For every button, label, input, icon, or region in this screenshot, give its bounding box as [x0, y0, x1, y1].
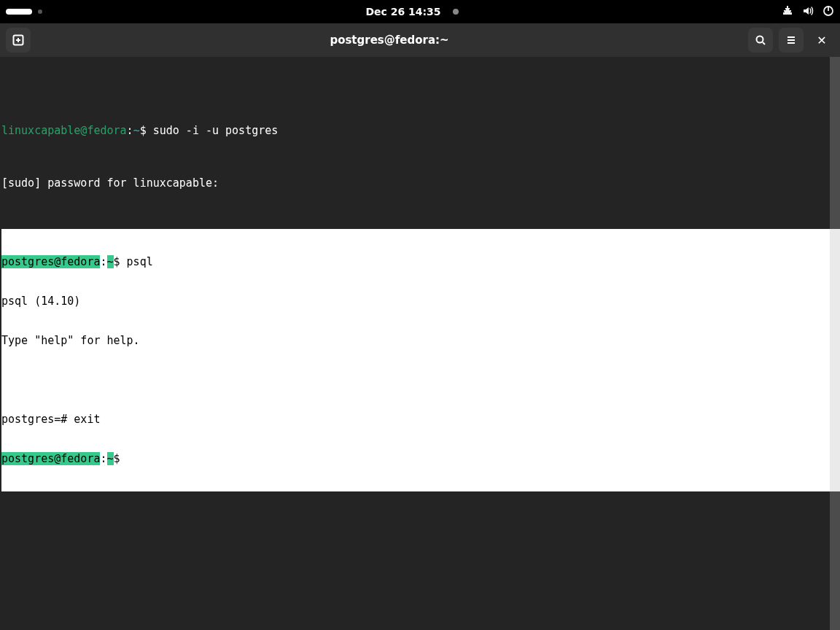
window-headerbar: postgres@fedora:~ ✕ — [0, 23, 840, 57]
prompt-dir: ~ — [107, 255, 114, 268]
prompt-symbol: $ — [140, 124, 153, 137]
plus-box-icon — [12, 34, 24, 46]
search-button[interactable] — [748, 28, 773, 52]
svg-rect-4 — [783, 12, 785, 15]
close-window-button[interactable]: ✕ — [809, 28, 834, 52]
prompt-sep: : — [127, 124, 133, 137]
prompt-userhost: postgres@fedora — [1, 452, 100, 465]
terminal-line — [1, 373, 840, 386]
activities-pill-icon — [6, 9, 32, 15]
terminal-scrollbar[interactable] — [830, 57, 840, 630]
terminal-line: linuxcapable@fedora:~$ sudo -i -u postgr… — [1, 124, 840, 137]
svg-point-12 — [757, 36, 763, 43]
selection-block: postgres@fedora:~$ psql psql (14.10) Typ… — [1, 229, 840, 491]
terminal-line: [sudo] password for linuxcapable: — [1, 176, 840, 190]
search-icon — [755, 34, 766, 46]
prompt-dir: ~ — [107, 452, 114, 465]
prompt-symbol: $ — [114, 255, 127, 268]
hamburger-menu-button[interactable] — [779, 28, 804, 52]
prompt-userhost: postgres@fedora — [1, 255, 100, 268]
new-tab-button[interactable] — [6, 28, 31, 52]
svg-rect-0 — [787, 6, 788, 8]
activities-area[interactable] — [6, 9, 42, 15]
notification-dot-icon — [453, 9, 459, 15]
power-icon — [822, 5, 834, 19]
close-icon: ✕ — [817, 34, 826, 47]
svg-rect-5 — [787, 12, 789, 15]
svg-rect-2 — [784, 10, 787, 12]
prompt-sep: : — [100, 255, 106, 268]
terminal-line: postgres=# exit — [1, 413, 840, 426]
prompt-dir: ~ — [133, 124, 140, 137]
prompt-userhost: linuxcapable@fedora — [1, 124, 127, 137]
terminal-line: Type "help" for help. — [1, 334, 840, 347]
volume-icon — [802, 5, 814, 19]
prompt-sep: : — [100, 452, 106, 465]
terminal-viewport[interactable]: linuxcapable@fedora:~$ sudo -i -u postgr… — [0, 57, 840, 630]
hamburger-icon — [785, 34, 797, 46]
svg-rect-1 — [785, 8, 790, 9]
svg-line-13 — [763, 42, 765, 44]
terminal-line: psql (14.10) — [1, 295, 840, 308]
workspace-dot-icon — [38, 9, 42, 14]
gnome-top-bar: Dec 26 14:35 — [0, 0, 840, 23]
clock-text: Dec 26 14:35 — [365, 6, 440, 18]
clock-area[interactable]: Dec 26 14:35 — [365, 6, 458, 18]
command-text: sudo -i -u postgres — [153, 124, 279, 137]
terminal-cursor — [127, 453, 133, 465]
svg-rect-6 — [790, 12, 792, 15]
command-text: psql — [127, 255, 153, 268]
system-status-area[interactable] — [782, 5, 834, 19]
svg-rect-3 — [788, 10, 791, 12]
terminal-line: postgres@fedora:~$ psql — [1, 255, 840, 268]
prompt-symbol: $ — [114, 452, 127, 465]
terminal-line: postgres@fedora:~$ — [1, 452, 840, 465]
terminal-window: postgres@fedora:~ ✕ linuxca — [0, 23, 840, 630]
network-icon — [782, 5, 793, 19]
window-title: postgres@fedora:~ — [36, 34, 742, 47]
